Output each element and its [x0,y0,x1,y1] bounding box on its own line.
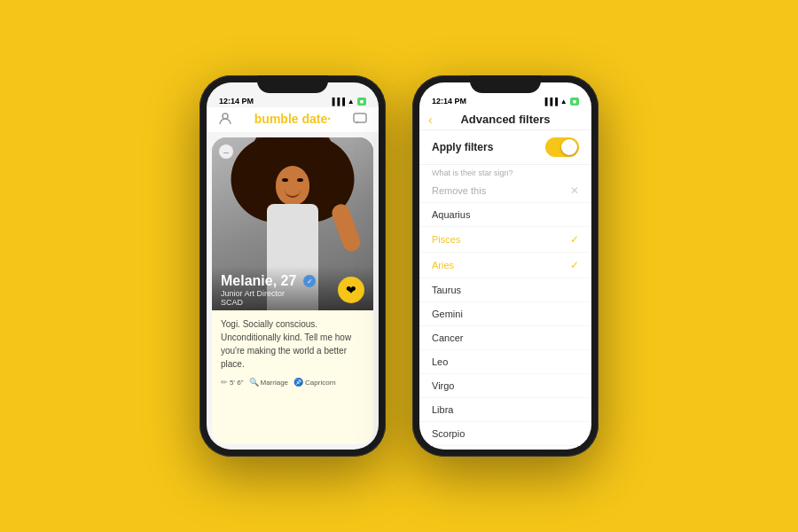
apply-filters-label: Apply filters [432,141,493,153]
tag-sign-value: Capricorn [305,379,336,387]
notch [257,75,328,93]
sign-icon: ♐ [293,378,303,387]
tag-relationship-value: Marriage [261,379,289,387]
sign-name: Libra [432,404,453,415]
signal-icon-2: ▐▐▐ [543,98,558,106]
sign-item[interactable]: Gemini [419,302,591,326]
sign-item[interactable]: Aries✓ [419,253,591,278]
sign-name: Cancer [432,332,463,343]
check-icon: ✓ [570,259,579,271]
sign-item[interactable]: Cancer [419,326,591,350]
sign-name: Virgo [432,380,454,391]
tag-sign: ♐ Capricorn [293,378,336,387]
sign-name: Aries [432,260,454,270]
tag-relationship: 🔍 Marriage [249,378,289,387]
battery-icon: ■ [357,98,366,106]
apply-filters-toggle[interactable] [545,137,579,157]
profile-name: Melanie, 27 [221,273,296,289]
profile-icon[interactable] [217,111,233,127]
remove-label: Remove this [432,185,486,196]
status-time-1: 12:14 PM [219,97,254,106]
sign-item[interactable]: Pisces✓ [419,227,591,253]
sign-name: Scorpio [432,428,465,439]
tag-height-value: 5' 6" [230,379,244,387]
wifi-icon-2: ▲ [560,98,567,106]
toggle-thumb [561,139,577,155]
profile-name-overlay: Melanie, 27 ✓ Junior Art Director SCAD ❤ [212,266,373,310]
sign-item[interactable]: Aquarius [419,203,591,227]
profile-job-title: Junior Art Director [221,289,316,298]
image-dots: ⋯ [219,145,233,159]
sign-item[interactable]: Sagittarius [419,446,591,450]
phone2-screen: 12:14 PM ▐▐▐ ▲ ■ ‹ Advanced filters Appl… [419,82,591,450]
sign-name: Taurus [432,285,461,295]
verified-badge: ✓ [303,275,316,287]
profile-card: ⋯ Melanie, 27 ✓ Junior Art Director [212,137,373,444]
notch-2 [470,75,541,93]
profile-tags: ✏ 5' 6" 🔍 Marriage ♐ Capricorn [221,378,364,387]
sign-name: Gemini [432,309,463,319]
dot-1: ⋯ [219,145,233,159]
signal-icon: ▐▐▐ [330,98,345,106]
filters-title: Advanced filters [460,113,550,126]
wifi-icon: ▲ [348,98,355,106]
height-icon: ✏ [221,378,228,387]
bumble-logo: bumble date· [254,112,331,126]
remove-row: Remove this ✕ [419,179,591,203]
phone-filters: 12:14 PM ▐▐▐ ▲ ■ ‹ Advanced filters Appl… [412,75,598,457]
remove-x-icon[interactable]: ✕ [570,184,579,197]
phones-container: 12:14 PM ▐▐▐ ▲ ■ bumble date· [200,75,598,457]
tag-height: ✏ 5' 6" [221,378,244,387]
phone-profile: 12:14 PM ▐▐▐ ▲ ■ bumble date· [200,75,386,457]
svg-rect-1 [354,113,366,122]
profile-bio: Yogi. Socially conscious. Unconditionall… [221,317,364,371]
sign-name: Leo [432,356,448,367]
sign-item[interactable]: Taurus [419,278,591,302]
status-time-2: 12:14 PM [432,97,466,106]
back-button[interactable]: ‹ [428,113,433,127]
sign-item[interactable]: Virgo [419,374,591,398]
status-icons-2: ▐▐▐ ▲ ■ [543,98,579,106]
apply-filters-row: Apply filters [419,130,591,165]
profile-image: ⋯ Melanie, 27 ✓ Junior Art Director [212,137,373,310]
app-header-1: bumble date· [207,107,379,132]
sign-item[interactable]: Scorpio [419,422,591,446]
heart-button[interactable]: ❤ [338,277,364,303]
phone1-screen: 12:14 PM ▐▐▐ ▲ ■ bumble date· [207,82,379,450]
sign-item[interactable]: Libra [419,398,591,422]
profile-school: SCAD [221,298,316,307]
check-icon: ✓ [570,233,579,246]
profile-bio-section: Yogi. Socially conscious. Unconditionall… [212,310,373,444]
message-icon[interactable] [352,111,368,127]
svg-point-0 [223,113,228,119]
status-icons-1: ▐▐▐ ▲ ■ [330,98,366,106]
star-sign-label: What is their star sign? [419,165,591,179]
sign-item[interactable]: Leo [419,350,591,374]
filters-header: ‹ Advanced filters [419,107,591,130]
sign-name: Aquarius [432,209,470,220]
sign-name: Pisces [432,234,460,245]
relationship-icon: 🔍 [249,378,259,387]
signs-list: AquariusPisces✓Aries✓TaurusGeminiCancerL… [419,203,591,450]
battery-icon-2: ■ [570,98,579,106]
